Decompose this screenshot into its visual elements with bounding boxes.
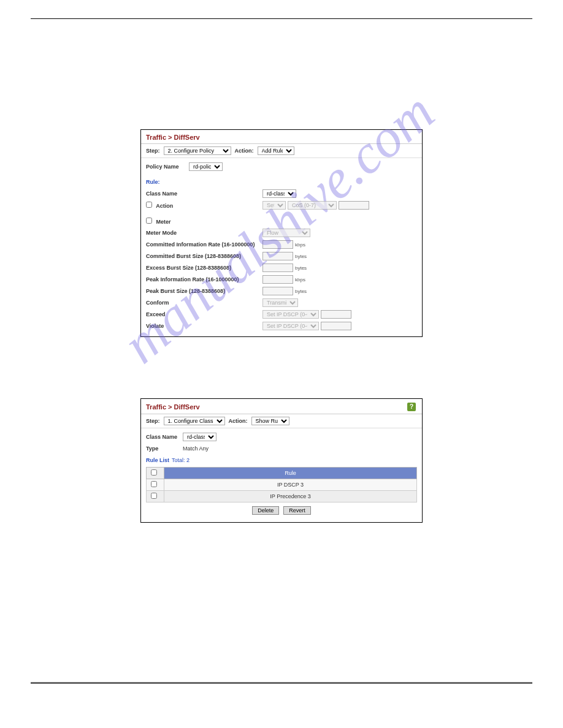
table-header-checkbox (147, 468, 164, 479)
action-checkbox[interactable] (146, 202, 152, 208)
rule-heading: Rule: (146, 179, 160, 185)
rule-table: Rule IP DSCP 3 IP Precedence 3 (146, 467, 417, 502)
top-rule (31, 18, 532, 19)
row2-checkbox[interactable] (151, 493, 157, 499)
meter-checkbox[interactable] (146, 218, 152, 224)
pir-input (262, 275, 293, 284)
step2-select[interactable]: 1. Configure Class (164, 417, 225, 425)
violate-select: Set IP DSCP (0-63) (262, 322, 319, 330)
action2-label: Action: (229, 418, 248, 424)
step-select[interactable]: 2. Configure Policy (164, 146, 231, 155)
action2-select[interactable]: Show Rule (251, 417, 289, 425)
table-header-rule: Rule (164, 468, 417, 479)
pbs-label: Peak Burst Size (128-8388608) (146, 288, 262, 294)
ebs-input (262, 264, 293, 272)
action-chk-text: Action (156, 203, 173, 209)
row2-cell: IP Precedence 3 (164, 491, 417, 502)
policy-name-select[interactable]: rd-policy (189, 162, 223, 171)
panel1-title-text: Traffic > DiffServ (146, 134, 200, 141)
cbs-label: Committed Burst Size (128-8388608) (146, 253, 262, 259)
action-value-input (339, 201, 369, 210)
exceed-input (321, 310, 351, 319)
class-name-label: Class Name (146, 191, 262, 197)
meter-mode-label: Meter Mode (146, 230, 262, 236)
action-set-select: Set (262, 201, 286, 210)
action-label: Action: (235, 148, 254, 154)
cir-label: Committed Information Rate (16-1000000) (146, 241, 262, 248)
meter-chk-label: Meter (146, 218, 262, 225)
action-chk-label: Action (146, 202, 262, 209)
class-name2-select[interactable]: rd-class (183, 433, 216, 441)
meter-mode-select: Flow (262, 229, 310, 237)
conform-label: Conform (146, 300, 262, 306)
meter-text: Meter (156, 219, 171, 225)
button-row: Delete Revert (146, 502, 417, 518)
ebs-unit: bytes (295, 265, 307, 271)
step2-label: Step: (146, 418, 160, 424)
help-icon[interactable]: ? (407, 403, 416, 411)
cbs-unit: bytes (295, 254, 307, 259)
class-name2-label: Class Name (146, 434, 183, 440)
delete-button[interactable]: Delete (252, 506, 279, 515)
pbs-unit: bytes (295, 289, 307, 294)
cbs-input (262, 252, 293, 260)
pir-label: Peak Information Rate (16-1000000) (146, 276, 262, 282)
type-value: Match Any (183, 446, 209, 452)
table-row: IP Precedence 3 (147, 491, 417, 502)
ebs-label: Excess Burst Size (128-8388608) (146, 265, 262, 271)
row1-checkbox[interactable] (151, 481, 157, 487)
bottom-rule (31, 682, 532, 684)
step-label: Step: (146, 148, 160, 154)
class-name-select[interactable]: rd-class (262, 189, 296, 198)
rule-list-label: Rule List (146, 457, 169, 463)
table-row: IP DSCP 3 (147, 479, 417, 491)
panel1-step-row: Step: 2. Configure Policy Action: Add Ru… (141, 144, 422, 158)
panel1-title: Traffic > DiffServ (141, 130, 422, 144)
panel-configure-policy: Traffic > DiffServ Step: 2. Configure Po… (140, 129, 423, 337)
panel2-title: Traffic > DiffServ ? (141, 399, 422, 414)
action-select[interactable]: Add Rule (258, 146, 294, 155)
panel-show-rule: Traffic > DiffServ ? Step: 1. Configure … (140, 398, 423, 523)
exceed-select: Set IP DSCP (0-63) (262, 310, 319, 319)
cir-unit: kbps (295, 242, 305, 248)
panel2-step-row: Step: 1. Configure Class Action: Show Ru… (141, 414, 422, 428)
violate-label: Violate (146, 323, 262, 329)
rule-list-total: Total: 2 (172, 457, 190, 463)
cir-input (262, 240, 293, 249)
action-cos-select: CoS (0-7) (288, 201, 337, 210)
pbs-input (262, 287, 293, 295)
pir-unit: kbps (295, 277, 305, 282)
conform-select: Transmit (262, 298, 298, 307)
revert-button[interactable]: Revert (283, 506, 311, 515)
violate-input (321, 322, 351, 330)
row1-cell: IP DSCP 3 (164, 479, 417, 491)
select-all-checkbox[interactable] (151, 469, 157, 476)
policy-name-label: Policy Name (146, 164, 189, 170)
exceed-label: Exceed (146, 311, 262, 317)
type-label: Type (146, 446, 183, 452)
panel2-title-text: Traffic > DiffServ (146, 403, 200, 411)
